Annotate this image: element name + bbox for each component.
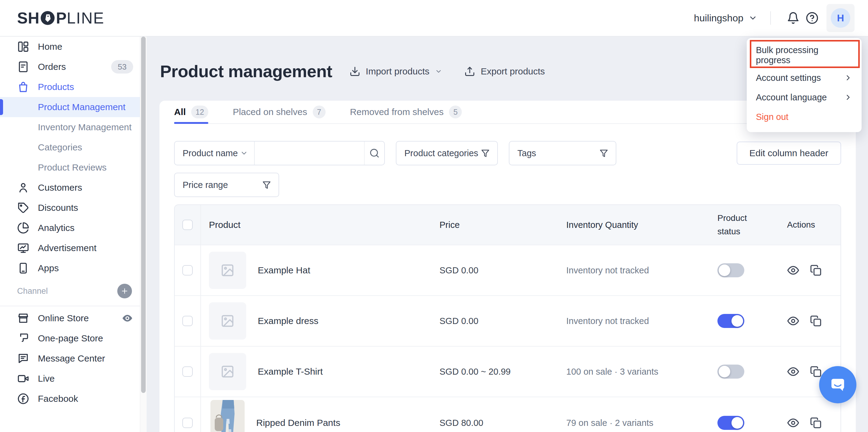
select-all-checkbox[interactable] bbox=[182, 220, 193, 230]
search-input[interactable] bbox=[255, 141, 364, 165]
preview-eye-icon[interactable] bbox=[787, 417, 799, 429]
sidebar-item-label: Inventory Management bbox=[38, 122, 132, 132]
price-range-filter[interactable]: Price range bbox=[174, 173, 279, 197]
duplicate-icon[interactable] bbox=[810, 365, 822, 378]
search-field-label: Product name bbox=[183, 148, 238, 158]
toggle-knob bbox=[732, 417, 743, 429]
menu-item-label: Sign out bbox=[756, 112, 788, 122]
edit-column-header-button[interactable]: Edit column header bbox=[737, 141, 841, 165]
help-button[interactable] bbox=[803, 8, 822, 28]
sidebar-scrollbar-thumb[interactable] bbox=[141, 37, 146, 393]
row-checkbox[interactable] bbox=[182, 366, 193, 377]
tab-placed-on-shelves[interactable]: Placed on shelves 7 bbox=[233, 101, 326, 123]
menu-item-account-settings[interactable]: Account settings bbox=[747, 68, 862, 88]
product-name[interactable]: Ripped Denim Pants bbox=[256, 418, 340, 428]
table-row: Ripped Denim Pants SGD 80.00 79 on sale … bbox=[175, 397, 840, 432]
visibility-eye-icon[interactable] bbox=[122, 312, 133, 324]
tab-count-badge: 12 bbox=[191, 106, 208, 119]
tags-filter-label: Tags bbox=[517, 148, 536, 158]
channel-section-label: Channel bbox=[17, 287, 48, 296]
channel-section-header: Channel bbox=[0, 280, 147, 302]
avatar[interactable]: H bbox=[831, 8, 850, 28]
menu-item-account-language[interactable]: Account language bbox=[747, 88, 862, 107]
facebook-icon bbox=[17, 393, 29, 405]
column-header-actions: Actions bbox=[787, 220, 815, 230]
topbar-right: huilingshop H bbox=[694, 4, 855, 32]
product-name[interactable]: Example T-Shirt bbox=[258, 366, 323, 377]
preview-eye-icon[interactable] bbox=[787, 264, 799, 276]
sidebar-item-online-store[interactable]: Online Store bbox=[0, 308, 147, 328]
support-chat-button[interactable] bbox=[819, 366, 857, 403]
product-categories-filter[interactable]: Product categories bbox=[396, 141, 498, 165]
sidebar-item-product-reviews[interactable]: Product Reviews bbox=[0, 158, 147, 177]
row-checkbox[interactable] bbox=[182, 265, 193, 275]
menu-item-sign-out[interactable]: Sign out bbox=[747, 107, 862, 127]
duplicate-icon[interactable] bbox=[810, 264, 822, 276]
add-channel-button[interactable] bbox=[117, 284, 132, 298]
page-icon bbox=[17, 332, 29, 344]
sidebar-item-home[interactable]: Home bbox=[0, 37, 147, 57]
product-status-toggle[interactable] bbox=[717, 365, 744, 378]
sidebar-item-analytics[interactable]: Analytics bbox=[0, 218, 147, 238]
shop-name[interactable]: huilingshop bbox=[694, 12, 743, 24]
page-title: Product management bbox=[160, 60, 332, 82]
product-list-card: All 12 Placed on shelves 7 Removed from … bbox=[159, 101, 856, 432]
duplicate-icon[interactable] bbox=[810, 315, 822, 327]
page-header-actions: Import products Export products bbox=[349, 66, 545, 77]
product-status-toggle[interactable] bbox=[717, 263, 744, 277]
preview-eye-icon[interactable] bbox=[787, 315, 799, 327]
sidebar-item-apps[interactable]: Apps bbox=[0, 258, 147, 278]
sidebar-item-facebook[interactable]: Facebook bbox=[0, 389, 147, 409]
sidebar-item-inventory-management[interactable]: Inventory Management bbox=[0, 117, 147, 137]
tab-all[interactable]: All 12 bbox=[174, 101, 208, 123]
help-icon bbox=[806, 11, 818, 24]
search-field-select[interactable]: Product name bbox=[175, 141, 255, 165]
topbar-divider bbox=[770, 11, 771, 25]
sidebar-item-message-center[interactable]: Message Center bbox=[0, 348, 147, 369]
row-checkbox[interactable] bbox=[182, 316, 193, 326]
tags-filter[interactable]: Tags bbox=[509, 141, 616, 165]
chevron-down-icon[interactable] bbox=[748, 13, 757, 23]
product-photo-denim bbox=[211, 400, 245, 432]
tab-removed-from-shelves[interactable]: Removed from shelves 5 bbox=[350, 101, 462, 123]
chevron-down-icon bbox=[435, 68, 442, 75]
tab-label: Removed from shelves bbox=[350, 100, 444, 124]
plus-icon bbox=[121, 287, 129, 295]
notifications-button[interactable] bbox=[784, 8, 803, 28]
sidebar-item-one-page-store[interactable]: One-page Store bbox=[0, 328, 147, 348]
duplicate-icon[interactable] bbox=[810, 417, 822, 429]
product-name[interactable]: Example Hat bbox=[258, 265, 310, 275]
product-status-toggle[interactable] bbox=[717, 314, 744, 328]
products-table: Product Price Inventory Quantity Product… bbox=[174, 204, 841, 432]
account-menu-button[interactable]: H bbox=[827, 4, 855, 32]
sidebar-item-orders[interactable]: Orders 53 bbox=[0, 57, 147, 77]
toggle-knob bbox=[719, 366, 730, 377]
product-price: SGD 0.00 ~ 20.99 bbox=[439, 367, 566, 377]
logo-text-bold2: P bbox=[56, 9, 67, 27]
export-products-button[interactable]: Export products bbox=[464, 66, 545, 77]
sidebar-item-categories[interactable]: Categories bbox=[0, 137, 147, 158]
product-image-placeholder bbox=[209, 353, 246, 390]
search-button[interactable] bbox=[364, 141, 384, 165]
menu-item-bulk-processing-progress[interactable]: Bulk processing progress bbox=[747, 42, 862, 68]
table-header-row: Product Price Inventory Quantity Product… bbox=[175, 205, 840, 245]
preview-eye-icon[interactable] bbox=[787, 365, 799, 378]
sidebar-item-label: Categories bbox=[38, 142, 82, 153]
sidebar-item-discounts[interactable]: Discounts bbox=[0, 198, 147, 218]
product-status-toggle[interactable] bbox=[717, 416, 744, 430]
import-products-button[interactable]: Import products bbox=[349, 66, 442, 77]
sidebar-item-customers[interactable]: Customers bbox=[0, 177, 147, 198]
table-row: Example dress SGD 0.00 Inventory not tra… bbox=[175, 295, 840, 346]
row-checkbox[interactable] bbox=[182, 418, 193, 428]
product-inventory: 79 on sale · 2 variants bbox=[566, 418, 717, 428]
sidebar-item-advertisement[interactable]: Advertisement bbox=[0, 238, 147, 258]
account-dropdown-menu: Bulk processing progress Account setting… bbox=[747, 38, 862, 132]
sidebar-item-products[interactable]: Products bbox=[0, 77, 147, 97]
phone-icon bbox=[17, 262, 29, 274]
orders-icon bbox=[17, 61, 29, 73]
search-icon bbox=[369, 148, 380, 158]
sidebar-item-live[interactable]: Live bbox=[0, 369, 147, 389]
sidebar-item-product-management[interactable]: Product Management bbox=[0, 97, 147, 117]
product-price: SGD 0.00 bbox=[439, 316, 566, 326]
product-name[interactable]: Example dress bbox=[258, 316, 318, 326]
